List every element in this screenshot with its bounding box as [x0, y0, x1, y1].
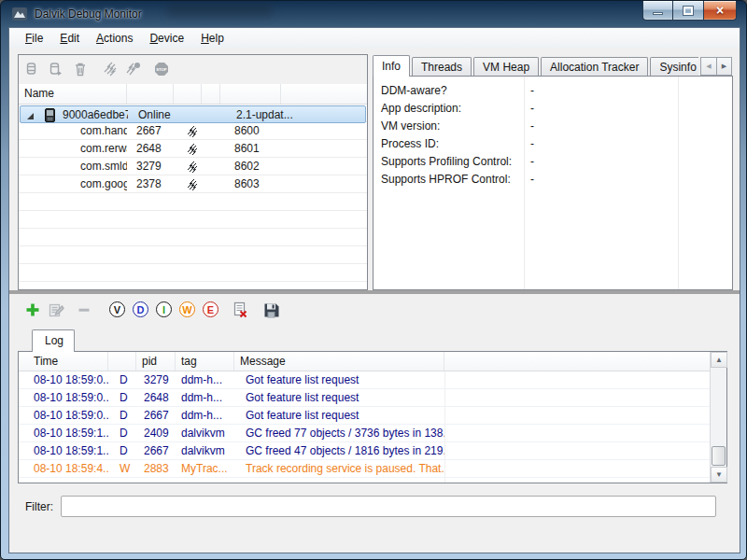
app-icon — [12, 7, 27, 21]
scroll-up-icon[interactable]: ▲ — [711, 352, 727, 368]
log-row[interactable]: 08-10 18:59:0... D 2648 ddm-h... Got fea… — [19, 389, 710, 407]
log-time: 08-10 18:59:0... — [19, 407, 108, 424]
log-level: D — [108, 371, 136, 388]
info-label: VM version: — [381, 119, 440, 133]
log-tag: MyTrac... — [176, 460, 234, 477]
device-row[interactable]: 9000a6edbe75 Online 2.1-updat... — [20, 105, 366, 123]
scroll-down-icon[interactable]: ▼ — [711, 467, 727, 483]
log-pid: 3279 — [136, 371, 176, 388]
detail-tabs: Info Threads VM Heap Allocation Tracker … — [373, 55, 733, 77]
splitter-sash[interactable] — [9, 290, 740, 294]
column-header-6[interactable] — [281, 84, 367, 104]
info-row: Process ID: - — [374, 135, 732, 153]
log-level: D — [108, 425, 136, 441]
log-panel: Log Time pid tag Message 08-10 18:59:0..… — [18, 329, 727, 483]
save-log-icon[interactable] — [261, 301, 280, 319]
tab-vm-heap[interactable]: VM Heap — [473, 57, 539, 77]
column-header-name[interactable]: Name — [19, 84, 127, 104]
filter-label: Filter: — [25, 500, 53, 513]
column-header-4[interactable] — [202, 84, 220, 104]
menu-help[interactable]: Help — [192, 30, 233, 47]
debug-process-icon[interactable] — [23, 61, 40, 77]
log-table: Time pid tag Message 08-10 18:59:0... D … — [18, 351, 727, 483]
device-table-header: Name — [19, 84, 367, 105]
log-level: D — [108, 442, 136, 459]
log-pid: 2667 — [136, 407, 176, 424]
restore-button[interactable] — [673, 1, 703, 21]
scrollbar-thumb[interactable] — [712, 446, 726, 466]
tab-allocation-tracker[interactable]: Allocation Tracker — [541, 57, 648, 77]
garbage-collect-icon[interactable] — [72, 61, 89, 77]
filter-input[interactable] — [61, 496, 716, 517]
info-value: - — [530, 173, 534, 186]
close-button[interactable]: × — [703, 1, 737, 21]
log-level-verbose-icon[interactable]: V — [109, 301, 125, 317]
threads-icon — [185, 143, 198, 156]
minimize-button[interactable] — [642, 1, 673, 21]
process-name: com.goog — [80, 177, 127, 190]
stop-process-icon[interactable]: STOP — [153, 61, 170, 77]
log-level-error-icon[interactable]: E — [203, 301, 218, 317]
log-row[interactable]: 08-10 18:59:0... D 2667 ddm-h... Got fea… — [19, 407, 710, 425]
log-level-info-icon[interactable]: I — [156, 301, 172, 317]
menu-file[interactable]: File — [17, 30, 51, 47]
column-header-5[interactable] — [220, 84, 281, 104]
menu-actions[interactable]: Actions — [88, 30, 141, 47]
device-toolbar: STOP — [19, 55, 367, 84]
column-header-level[interactable] — [108, 352, 136, 371]
info-value: - — [530, 84, 534, 97]
process-row[interactable]: com.smld 3279 8602 — [19, 158, 367, 175]
titlebar[interactable]: Dalvik Debug Monitor × — [1, 1, 746, 27]
window-title: Dalvik Debug Monitor — [35, 7, 142, 21]
debug-attach-icon[interactable] — [48, 61, 64, 77]
menu-edit[interactable]: Edit — [51, 30, 88, 47]
device-serial: 9000a6edbe75 — [63, 108, 128, 121]
log-row[interactable]: 08-10 18:59:1... D 2667 dalvikvm GC free… — [19, 442, 710, 460]
log-tag: ddm-h... — [176, 407, 234, 424]
column-header-3[interactable] — [174, 84, 202, 104]
log-level: W — [108, 460, 136, 477]
menu-device[interactable]: Device — [141, 30, 192, 47]
log-message: Got feature list request — [234, 371, 444, 388]
tab-scroll-left-icon[interactable]: ◀ — [700, 57, 716, 76]
tab-scroll-right-icon[interactable]: ▶ — [716, 57, 732, 76]
info-value: - — [530, 119, 534, 133]
column-header-time[interactable]: Time — [19, 352, 108, 371]
process-row[interactable]: com.hand 2667 8600 — [19, 122, 367, 140]
threads-icon — [185, 125, 198, 138]
process-row[interactable]: com.rerwa 2648 8601 — [19, 140, 367, 158]
process-name: com.hand — [80, 124, 127, 137]
log-scrollbar[interactable]: ▲ ▼ — [710, 352, 726, 483]
log-time: 08-10 18:59:4... — [19, 460, 108, 477]
log-level-warn-icon[interactable]: W — [179, 301, 195, 317]
process-row[interactable]: com.goog 2378 8603 — [19, 175, 367, 193]
column-header-2[interactable] — [127, 84, 174, 104]
expander-icon[interactable] — [27, 113, 34, 119]
tab-sysinfo[interactable]: Sysinfo — [650, 57, 698, 77]
update-heap-icon[interactable] — [125, 61, 142, 77]
log-time: 08-10 18:59:1... — [19, 442, 108, 459]
log-row[interactable]: 08-10 18:59:1... D 2409 dalvikvm GC free… — [19, 425, 710, 442]
tab-info[interactable]: Info — [373, 55, 410, 77]
column-header-message[interactable]: Message — [234, 352, 444, 371]
edit-filter-icon[interactable] — [47, 301, 65, 319]
update-threads-icon[interactable] — [101, 61, 118, 77]
column-header-pid[interactable]: pid — [136, 352, 176, 371]
log-row[interactable]: 08-10 18:59:4... W 2883 MyTrac... Track … — [19, 460, 710, 478]
column-header-tag[interactable]: tag — [176, 352, 234, 371]
info-value: - — [530, 137, 534, 150]
tab-threads[interactable]: Threads — [412, 57, 472, 77]
add-filter-icon[interactable] — [23, 301, 42, 319]
log-level-debug-icon[interactable]: D — [133, 301, 148, 317]
info-label: Supports HPROF Control: — [381, 173, 511, 186]
log-time: 08-10 18:59:0... — [19, 371, 108, 388]
info-row: Supports Profiling Control: - — [374, 153, 732, 171]
tab-log[interactable]: Log — [32, 329, 75, 352]
log-tag: dalvikvm — [176, 442, 234, 459]
log-row[interactable]: 08-10 18:59:0... D 3279 ddm-h... Got fea… — [19, 371, 710, 389]
phone-icon — [45, 108, 55, 122]
clear-log-icon[interactable] — [231, 301, 249, 319]
delete-filter-icon[interactable] — [75, 301, 93, 319]
column-header-filler — [444, 352, 710, 371]
info-panel: DDM-aware? - App description: - VM versi… — [373, 76, 733, 290]
